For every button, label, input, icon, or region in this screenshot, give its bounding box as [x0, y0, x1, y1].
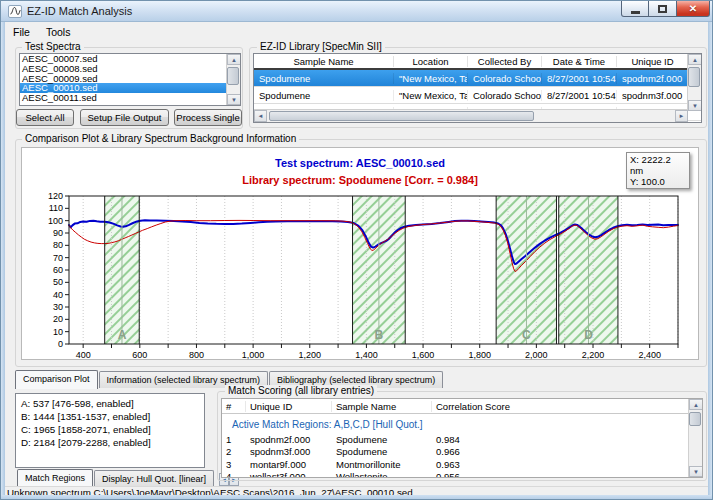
scroll-down-icon[interactable]: ▼ — [689, 466, 703, 477]
chart-title-test: Test spectrum: AESC_00010.sed — [22, 157, 698, 169]
svg-text:70: 70 — [53, 253, 63, 263]
col-sample-name[interactable]: Sample Name — [332, 401, 432, 412]
test-spectra-list[interactable]: AESC_00007.sedAESC_00008.sedAESC_00009.s… — [19, 53, 241, 106]
svg-text:2,000: 2,000 — [525, 350, 548, 360]
col-number[interactable]: # — [222, 401, 246, 412]
table-cell: Spodumene — [254, 90, 394, 101]
col-unique-id[interactable]: Unique ID — [617, 56, 688, 67]
scroll-up-icon[interactable]: ▲ — [688, 54, 702, 65]
table-cell: 3 — [222, 459, 246, 470]
test-spectra-label: Test Spectra — [22, 41, 84, 52]
col-location[interactable]: Location — [394, 56, 468, 67]
svg-text:D: D — [584, 328, 593, 342]
table-cell: Colorado School ... — [468, 90, 542, 101]
svg-text:1,200: 1,200 — [299, 350, 322, 360]
table-row[interactable]: Spodumene"New Mexico, Ta...Colorado Scho… — [254, 70, 701, 87]
table-row[interactable]: 1spodnm2f.000Spodumene0.984 — [222, 433, 702, 446]
scroll-thumb[interactable] — [227, 67, 239, 85]
window-frame-left — [1, 22, 5, 497]
table-cell: spodnm2f.000 — [617, 73, 688, 84]
table-cell: Spodumene — [332, 446, 432, 457]
window-frame-right — [708, 22, 712, 497]
library-table[interactable]: Sample Name Location Collected By Date &… — [253, 53, 702, 123]
minimize-button[interactable] — [621, 1, 649, 17]
svg-text:A: A — [118, 328, 127, 342]
scroll-right-icon[interactable]: ► — [675, 110, 688, 122]
svg-text:800: 800 — [189, 350, 204, 360]
col-unique-id[interactable]: Unique ID — [246, 401, 332, 412]
table-row[interactable]: 2spodnm3f.000Spodumene0.966 — [222, 446, 702, 459]
svg-text:20: 20 — [53, 314, 63, 324]
table-cell: wollast3f.000 — [246, 471, 332, 478]
col-collected-by[interactable]: Collected By — [468, 56, 542, 67]
menu-tools[interactable]: Tools — [38, 24, 79, 40]
svg-text:1,800: 1,800 — [468, 350, 491, 360]
readout-x: X: 2222.2 nm — [630, 154, 686, 176]
table-cell: spodnm3f.000 — [246, 446, 332, 457]
svg-text:80: 80 — [53, 240, 63, 250]
library-hscrollbar[interactable]: ◄ ► — [254, 109, 688, 122]
match-scoring-table[interactable]: # Unique ID Sample Name Correlation Scor… — [221, 398, 703, 478]
svg-text:60: 60 — [53, 265, 63, 275]
svg-text:600: 600 — [132, 350, 147, 360]
match-region-line: D: 2184 [2079-2288, enabled] — [21, 436, 199, 449]
tab-display-mode[interactable]: Display: Hull Quot. [linear] — [94, 470, 214, 487]
table-cell: 2 — [222, 446, 246, 457]
table-row[interactable]: Spodumene"New Mexico, Ta...Colorado Scho… — [254, 87, 701, 104]
app-icon — [8, 5, 22, 18]
match-region-line: A: 537 [476-598, enabled] — [21, 397, 199, 410]
table-cell: spodnm2f.000 — [246, 434, 332, 445]
match-regions-box[interactable]: A: 537 [476-598, enabled]B: 1444 [1351-1… — [15, 393, 205, 468]
scroll-thumb[interactable] — [689, 412, 701, 426]
table-cell: 0.963 — [432, 459, 672, 470]
test-spectra-scrollbar[interactable]: ▲ ▼ — [226, 54, 240, 105]
scroll-up-icon[interactable]: ▲ — [227, 54, 241, 65]
library-label: EZ-ID Library [SpecMin SII] — [257, 41, 385, 52]
scroll-down-icon[interactable]: ▼ — [688, 100, 702, 111]
comparison-label: Comparison Plot & Library Spectrum Backg… — [22, 133, 299, 144]
table-cell: 0.984 — [432, 434, 672, 445]
scroll-thumb[interactable] — [688, 67, 700, 87]
process-single-button[interactable]: Process Single — [174, 109, 242, 126]
table-cell: 0.966 — [432, 446, 672, 457]
menu-bar: File Tools — [5, 23, 710, 41]
col-correlation-score[interactable]: Correlation Score — [432, 401, 672, 412]
svg-text:40: 40 — [53, 290, 63, 300]
library-vscrollbar[interactable]: ▲ ▼ — [687, 54, 701, 111]
select-all-button[interactable]: Select All — [16, 109, 74, 126]
setup-file-output-button[interactable]: Setup File Output — [80, 109, 169, 126]
tab-comparison-plot[interactable]: Comparison Plot — [15, 370, 98, 389]
table-cell: 8/27/2001 10:54... — [542, 90, 617, 101]
window-frame-bottom — [1, 495, 712, 499]
col-date-time[interactable]: Date & Time — [542, 56, 617, 67]
spectrum-chart[interactable]: ABCD 4006008001,0001,2001,4001,6001,8002… — [22, 188, 700, 361]
maximize-button[interactable] — [649, 1, 676, 17]
table-cell: Montmorillonite — [332, 459, 432, 470]
svg-text:110: 110 — [49, 203, 63, 213]
svg-text:120: 120 — [48, 191, 63, 201]
scoring-table-header: # Unique ID Sample Name Correlation Scor… — [222, 399, 702, 414]
list-item[interactable]: AESC_00011.sed — [20, 93, 226, 103]
library-table-header: Sample Name Location Collected By Date &… — [254, 54, 701, 70]
table-cell: 1 — [222, 434, 246, 445]
scroll-down-icon[interactable]: ▼ — [227, 94, 241, 105]
minimize-icon — [631, 11, 640, 14]
svg-text:1,400: 1,400 — [355, 350, 378, 360]
match-region-line: B: 1444 [1351-1537, enabled] — [21, 410, 199, 423]
scroll-thumb[interactable] — [269, 111, 534, 121]
col-sample-name[interactable]: Sample Name — [254, 56, 394, 67]
close-icon: ✕ — [689, 3, 697, 14]
table-row[interactable]: 3montar9f.000Montmorillonite0.963 — [222, 458, 702, 471]
scoring-vscrollbar[interactable]: ▲ ▼ — [688, 399, 702, 477]
table-cell: "New Mexico, Ta... — [394, 73, 468, 84]
table-cell: 4 — [222, 471, 246, 478]
active-match-regions-note: Active Match Regions: A,B,C,D [Hull Quot… — [222, 414, 702, 433]
close-button[interactable]: ✕ — [676, 1, 710, 17]
scroll-up-icon[interactable]: ▲ — [689, 399, 703, 410]
menu-file[interactable]: File — [5, 24, 38, 40]
table-cell: 8/27/2001 10:54... — [542, 73, 617, 84]
svg-text:0: 0 — [58, 339, 63, 349]
title-bar[interactable]: EZ-ID Match Analysis ✕ — [1, 1, 712, 22]
table-row[interactable]: 4wollast3f.000Wollastonite0.956 — [222, 471, 702, 479]
scroll-left-icon[interactable]: ◄ — [254, 110, 267, 122]
